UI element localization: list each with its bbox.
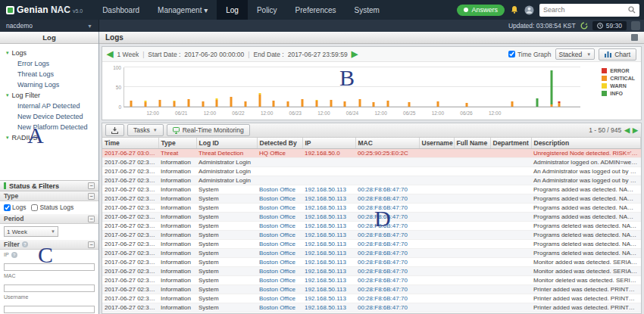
type-checkbox-status-logs[interactable] xyxy=(31,204,38,211)
answers-button[interactable]: Answers xyxy=(457,5,505,16)
menu-item-management[interactable]: Management ▾ xyxy=(148,0,217,20)
table-row[interactable]: 2017-06-27 02:36:35InformationSystemBost… xyxy=(102,240,641,249)
realtime-monitoring-button[interactable]: Real-Time Monitoring xyxy=(167,124,250,136)
tree-item-log-filter[interactable]: ▾Log Filter xyxy=(2,90,97,101)
lock-screen-icon[interactable] xyxy=(631,21,640,30)
tree-item-internal-ap-detected[interactable]: Internal AP Detected xyxy=(2,101,97,111)
cell-full-name xyxy=(454,167,490,176)
menu-item-dashboard[interactable]: Dashboard xyxy=(93,0,148,20)
tree-item-threat-logs[interactable]: Threat Logs xyxy=(2,69,97,79)
time-graph-toggle[interactable]: Time Graph xyxy=(508,51,552,58)
cell-log-id: Administrator Login xyxy=(196,167,257,176)
cell-ip: 192.168.50.113 xyxy=(302,249,355,258)
tree-item-radius[interactable]: ▾RADIUS xyxy=(2,132,97,143)
help-icon[interactable]: ? xyxy=(22,241,28,247)
column-header-mac[interactable]: MAC xyxy=(355,138,419,149)
type-option-logs[interactable]: Logs xyxy=(4,204,26,211)
page-prev-icon[interactable]: ◀ xyxy=(624,126,630,134)
period-section-header[interactable]: Period − xyxy=(0,214,98,224)
cell-mac: 00:28:F8:6B:47:70 xyxy=(355,231,419,240)
table-row[interactable]: 2017-06-27 02:36:35InformationSystemBost… xyxy=(102,213,641,222)
cell-time: 2017-06-27 02:36:35 xyxy=(102,185,158,194)
period-select[interactable]: 1 Week ▼ xyxy=(4,226,58,237)
column-header-time[interactable]: Time xyxy=(102,138,158,149)
panel-toggle-icon[interactable] xyxy=(631,34,638,41)
column-header-log-id[interactable]: Log ID xyxy=(196,138,257,149)
collapse-icon[interactable]: − xyxy=(88,216,95,222)
stack-mode-select[interactable]: Stacked ▼ xyxy=(555,48,596,60)
x-axis-label: 12:00 xyxy=(317,110,330,116)
table-row[interactable]: 2017-06-27 02:36:35InformationSystemBost… xyxy=(102,194,641,204)
range-prev-icon[interactable]: ◀ xyxy=(107,49,113,59)
notification-bell-icon[interactable] xyxy=(510,5,519,14)
time-graph-checkbox[interactable] xyxy=(508,51,515,58)
table-row[interactable]: 2017-06-27 02:36:35InformationSystemBost… xyxy=(102,185,641,194)
table-row[interactable]: 2017-06-27 02:36:25InformationSystemBost… xyxy=(102,294,641,303)
download-icon xyxy=(111,127,118,134)
site-selector[interactable]: nacdemo ▼ xyxy=(0,20,99,32)
table-row[interactable]: 2017-06-27 02:37:51InformationAdministra… xyxy=(102,167,641,176)
sidebar-title: Log xyxy=(0,32,98,44)
column-header-type[interactable]: Type xyxy=(158,138,196,149)
brand-logo[interactable]: Genian NAC v5.0 xyxy=(6,5,83,15)
tree-item-new-platform-detected[interactable]: New Platform Detected xyxy=(2,122,97,132)
separator: | xyxy=(142,51,144,58)
filter-input-ip[interactable] xyxy=(4,263,95,271)
column-header-ip[interactable]: IP xyxy=(302,138,355,149)
cell-description: Printer added was detected. PRINTERNAME=… xyxy=(531,285,641,294)
table-row[interactable]: 2017-06-27 02:36:35InformationSystemBost… xyxy=(102,204,641,213)
table-row[interactable]: 2017-06-27 03:02:22ThreatThreat Detectio… xyxy=(102,149,641,158)
chart-button[interactable]: Chart xyxy=(599,48,636,61)
range-next-icon[interactable]: ▶ xyxy=(352,49,358,59)
search-icon[interactable] xyxy=(628,6,636,14)
column-header-full-name[interactable]: Full Name xyxy=(454,138,490,149)
table-row[interactable]: 2017-06-27 02:36:35InformationSystemBost… xyxy=(102,276,641,285)
export-button[interactable] xyxy=(105,124,124,136)
table-row[interactable]: 2017-06-27 02:36:35InformationSystemBost… xyxy=(102,285,641,294)
column-header-detected-by[interactable]: Detected By xyxy=(257,138,302,149)
log-table-container[interactable]: TimeTypeLog IDDetected ByIPMACUsernameFu… xyxy=(102,138,642,314)
collapse-icon[interactable]: − xyxy=(88,193,95,200)
user-account-icon[interactable] xyxy=(524,5,534,15)
table-row[interactable]: 2017-06-27 02:36:25InformationSystemBost… xyxy=(102,303,641,312)
table-row[interactable]: 2017-06-27 02:36:35InformationSystemBost… xyxy=(102,222,641,231)
help-icon[interactable]: ? xyxy=(11,252,17,258)
filter-input-username[interactable] xyxy=(4,306,95,313)
menu-item-policy[interactable]: Policy xyxy=(248,0,286,20)
refresh-icon[interactable] xyxy=(580,22,588,30)
type-option-status-logs[interactable]: Status Logs xyxy=(31,204,73,211)
cell-time: 2017-06-27 02:36:35 xyxy=(102,267,158,276)
filter-input-mac[interactable] xyxy=(4,284,95,292)
cell-description: Programs added was detected. NAME=Genian… xyxy=(531,204,641,213)
table-row[interactable]: 2017-06-27 02:36:35InformationSystemBost… xyxy=(102,267,641,276)
table-row[interactable]: 2017-06-27 02:36:35InformationSystemBost… xyxy=(102,258,641,267)
filter-section-header[interactable]: Filter ? − xyxy=(0,240,98,250)
status-filters-header[interactable]: Status & Filters − xyxy=(0,180,98,191)
tree-item-warning-logs[interactable]: Warning Logs xyxy=(2,79,97,90)
column-header-department[interactable]: Department xyxy=(490,138,531,149)
menu-item-log[interactable]: Log xyxy=(217,0,248,20)
page-next-icon[interactable]: ▶ xyxy=(633,126,638,134)
type-section-header[interactable]: Type − xyxy=(0,191,98,201)
tree-item-logs[interactable]: ▾Logs xyxy=(2,48,97,58)
cell-description: An Administrator was logged out by weato… xyxy=(531,176,641,185)
column-header-username[interactable]: Username xyxy=(419,138,454,149)
type-section-title: Type xyxy=(4,192,18,200)
table-row[interactable]: 2017-06-27 02:36:35InformationSystemBost… xyxy=(102,231,641,240)
menu-item-system[interactable]: System xyxy=(345,0,389,20)
collapse-icon[interactable]: − xyxy=(88,182,95,189)
table-row[interactable]: 2017-06-27 02:36:35InformationSystemBost… xyxy=(102,249,641,258)
table-row[interactable]: 2017-06-27 02:37:51InformationAdministra… xyxy=(102,176,641,185)
tree-item-error-logs[interactable]: Error Logs xyxy=(2,58,97,69)
cell-time: 2017-06-27 02:36:35 xyxy=(102,231,158,240)
collapse-icon[interactable]: − xyxy=(88,241,95,248)
search-input[interactable] xyxy=(543,6,628,14)
tasks-button[interactable]: Tasks ▼ xyxy=(127,124,164,136)
cell-description: Programs deleted was detected. NAME=Geni… xyxy=(531,222,641,231)
type-checkbox-logs[interactable] xyxy=(4,204,11,211)
table-row[interactable]: 2017-06-27 02:37:51InformationAdministra… xyxy=(102,158,641,167)
tree-item-new-device-detected[interactable]: New Device Detected xyxy=(2,111,97,122)
menu-item-preferences[interactable]: Preferences xyxy=(286,0,345,20)
cell-full-name xyxy=(454,204,490,213)
column-header-description[interactable]: Description xyxy=(531,138,641,149)
